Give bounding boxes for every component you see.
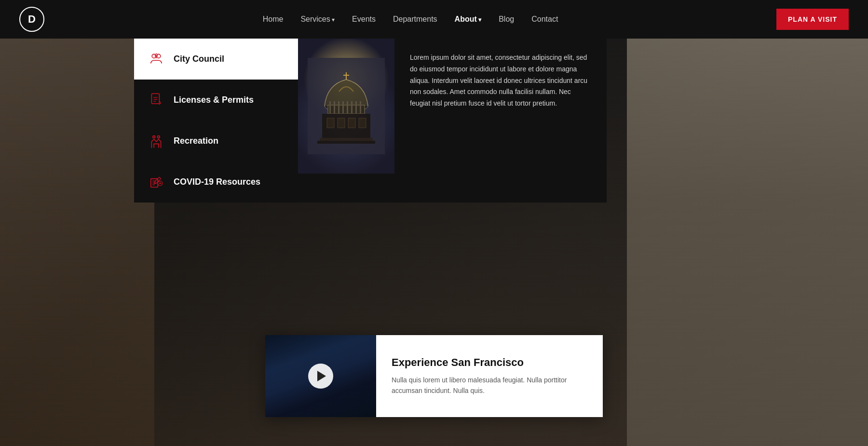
svg-rect-13 [342, 101, 344, 114]
svg-point-4 [157, 136, 160, 138]
nav-blog[interactable]: Blog [499, 15, 514, 23]
recreation-icon [148, 132, 165, 149]
plan-visit-button[interactable]: PLAN A VISIT [776, 9, 849, 30]
council-icon [148, 50, 165, 68]
svg-rect-23 [320, 138, 373, 141]
dropdown-image [298, 39, 394, 174]
menu-item-licenses[interactable]: Licenses & Permits [134, 80, 298, 121]
svg-rect-20 [338, 118, 345, 128]
recreation-label: Recreation [174, 136, 218, 146]
nav-home[interactable]: Home [263, 15, 284, 23]
video-info: Experience San Francisco Nulla quis lore… [376, 343, 603, 410]
nav-contact[interactable]: Contact [531, 15, 558, 23]
menu-item-city-council[interactable]: City Council [134, 39, 298, 80]
dropdown-image-inner [298, 39, 394, 174]
svg-rect-17 [360, 101, 361, 114]
svg-point-3 [153, 136, 155, 138]
logo-letter: D [28, 13, 36, 26]
services-menu-list: City Council Licenses & Permits [134, 39, 298, 203]
covid-icon [148, 173, 165, 190]
svg-rect-21 [348, 118, 355, 128]
nav-links: Home Services Events Departments About B… [263, 15, 558, 24]
dropdown-panel: City Council Licenses & Permits [134, 39, 607, 203]
play-triangle-icon [317, 371, 326, 381]
play-button[interactable] [308, 364, 333, 389]
city-council-label: City Council [174, 54, 224, 64]
permits-icon [148, 91, 165, 108]
dropdown-content: Lorem ipsum dolor sit amet, consectetur … [298, 39, 607, 203]
svg-rect-15 [351, 101, 353, 114]
svg-rect-11 [334, 101, 335, 114]
svg-rect-16 [355, 101, 357, 114]
video-description: Nulla quis lorem ut libero malesuada feu… [392, 375, 587, 396]
svg-rect-2 [151, 94, 159, 104]
svg-rect-12 [338, 101, 339, 114]
covid-label: COVID-19 Resources [174, 177, 260, 187]
nav-services[interactable]: Services [300, 15, 335, 23]
dropdown-description: Lorem ipsum dolor sit amet, consectetur … [394, 39, 607, 123]
svg-rect-10 [329, 101, 331, 114]
video-title: Experience San Francisco [392, 356, 587, 369]
svg-rect-24 [317, 141, 375, 144]
video-card: Experience San Francisco Nulla quis lore… [265, 335, 603, 417]
nav-departments[interactable]: Departments [393, 15, 437, 23]
logo[interactable]: D [19, 7, 44, 32]
licenses-label: Licenses & Permits [174, 95, 254, 105]
nav-events[interactable]: Events [352, 15, 376, 23]
svg-rect-19 [327, 118, 334, 128]
nav-about[interactable]: About [455, 15, 482, 23]
menu-item-covid[interactable]: COVID-19 Resources [134, 162, 298, 203]
video-thumbnail [265, 335, 376, 417]
navbar: D Home Services Events Departments About… [0, 0, 868, 39]
dropdown-desc-text: Lorem ipsum dolor sit amet, consectetur … [410, 52, 591, 109]
svg-rect-9 [328, 105, 365, 114]
svg-rect-14 [347, 101, 348, 114]
menu-item-recreation[interactable]: Recreation [134, 121, 298, 162]
svg-rect-22 [359, 118, 366, 128]
